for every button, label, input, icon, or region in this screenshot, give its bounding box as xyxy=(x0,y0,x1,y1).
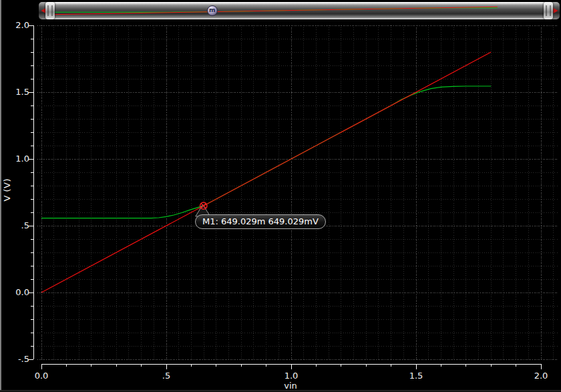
zoom-handle-left[interactable] xyxy=(45,2,55,19)
marker-readout-tooltip[interactable]: M1: 649.029m 649.029mV xyxy=(195,214,326,229)
y-tick-label: -.5 xyxy=(4,354,29,364)
y-axis-title: V (V) xyxy=(2,178,12,202)
right-arrow-icon xyxy=(553,8,558,13)
marker-badge-label: m xyxy=(209,7,215,13)
x-tick-label: 1.5 xyxy=(401,371,431,381)
overview-track[interactable]: m xyxy=(51,2,547,19)
vin-reference-thumbnail-curve xyxy=(51,7,498,15)
grip-icon xyxy=(48,5,53,16)
vout-thumbnail-curve xyxy=(51,8,498,12)
y-tick-label: 2.0 xyxy=(4,20,29,30)
overview-scrollbar[interactable]: m xyxy=(39,2,560,19)
x-tick-label: 0.0 xyxy=(27,371,56,381)
overview-waveform-thumbnail xyxy=(51,3,547,19)
x-tick-label: 2.0 xyxy=(526,371,556,381)
zoom-handle-right[interactable] xyxy=(544,2,553,19)
x-tick-label: .5 xyxy=(152,371,181,381)
left-arrow-icon xyxy=(41,8,45,13)
y-tick-label: 1.0 xyxy=(4,154,29,164)
x-axis-title: vin xyxy=(275,381,306,391)
waveform-viewer-window: m V (V) vin M1: 649.029m 649.029mV 2.01.… xyxy=(0,0,561,392)
y-tick-label: .5 xyxy=(4,220,29,230)
plot-canvas[interactable] xyxy=(0,0,561,392)
grip-icon xyxy=(546,5,551,16)
marker-badge[interactable]: m xyxy=(207,5,218,16)
y-tick-label: 1.5 xyxy=(4,87,29,97)
x-tick-label: 1.0 xyxy=(276,371,306,381)
y-tick-label: 0.0 xyxy=(4,287,29,297)
